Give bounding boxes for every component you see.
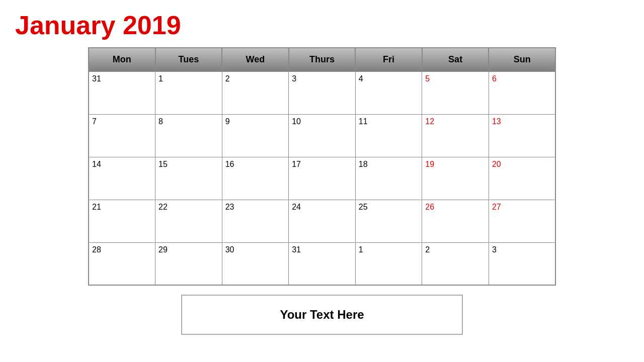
calendar-header-sat: Sat bbox=[422, 48, 489, 71]
day-number: 31 bbox=[92, 74, 101, 83]
calendar-cell[interactable]: 19 bbox=[422, 157, 489, 200]
calendar-week-0: 31123456 bbox=[89, 71, 555, 114]
calendar-cell[interactable]: 20 bbox=[489, 157, 555, 200]
calendar-cell[interactable]: 21 bbox=[89, 200, 155, 242]
calendar-cell[interactable]: 9 bbox=[222, 114, 289, 157]
day-number: 4 bbox=[359, 74, 363, 83]
calendar-cell[interactable]: 17 bbox=[289, 157, 356, 200]
calendar-header-sun: Sun bbox=[489, 48, 555, 71]
calendar-header-fri: Fri bbox=[355, 48, 422, 71]
calendar-cell[interactable]: 13 bbox=[489, 114, 555, 157]
calendar-cell[interactable]: 30 bbox=[222, 242, 289, 285]
calendar-cell[interactable]: 23 bbox=[222, 200, 289, 242]
day-number: 26 bbox=[425, 203, 434, 211]
day-number: 25 bbox=[359, 203, 368, 211]
calendar-cell[interactable]: 3 bbox=[489, 242, 555, 285]
calendar-cell[interactable]: 25 bbox=[355, 200, 422, 242]
day-number: 24 bbox=[292, 203, 301, 211]
day-number: 30 bbox=[225, 245, 234, 254]
calendar-week-1: 78910111213 bbox=[89, 114, 555, 157]
calendar-cell[interactable]: 12 bbox=[422, 114, 489, 157]
calendar-cell[interactable]: 31 bbox=[289, 242, 356, 285]
calendar-cell[interactable]: 26 bbox=[422, 200, 489, 242]
calendar-week-4: 28293031123 bbox=[89, 242, 555, 285]
calendar-cell[interactable]: 27 bbox=[489, 200, 555, 242]
calendar-week-3: 21222324252627 bbox=[89, 200, 555, 242]
day-number: 20 bbox=[492, 160, 501, 168]
calendar-cell[interactable]: 6 bbox=[489, 71, 555, 114]
day-number: 11 bbox=[359, 117, 368, 126]
calendar-cell[interactable]: 15 bbox=[155, 157, 222, 200]
day-number: 10 bbox=[292, 117, 301, 126]
day-number: 18 bbox=[359, 160, 368, 168]
calendar-cell[interactable]: 16 bbox=[222, 157, 289, 200]
calendar-cell[interactable]: 28 bbox=[89, 242, 155, 285]
day-number: 1 bbox=[359, 245, 363, 254]
calendar-table: MonTuesWedThursFriSatSun 311234567891011… bbox=[88, 47, 556, 286]
day-number: 5 bbox=[425, 74, 430, 83]
calendar-header-tues: Tues bbox=[155, 48, 222, 71]
calendar-cell[interactable]: 18 bbox=[355, 157, 422, 200]
text-box[interactable]: Your Text Here bbox=[181, 295, 463, 335]
calendar-cell[interactable]: 10 bbox=[289, 114, 356, 157]
calendar-cell[interactable]: 22 bbox=[155, 200, 222, 242]
calendar-cell[interactable]: 11 bbox=[355, 114, 422, 157]
day-number: 9 bbox=[225, 117, 230, 126]
calendar-cell[interactable]: 2 bbox=[222, 71, 289, 114]
day-number: 28 bbox=[92, 245, 101, 254]
day-number: 19 bbox=[425, 160, 434, 168]
day-number: 17 bbox=[292, 160, 301, 168]
day-number: 31 bbox=[292, 245, 301, 254]
calendar-cell[interactable]: 2 bbox=[422, 242, 489, 285]
calendar-cell[interactable]: 1 bbox=[155, 71, 222, 114]
day-number: 3 bbox=[292, 74, 296, 83]
calendar-cell[interactable]: 5 bbox=[422, 71, 489, 114]
day-number: 16 bbox=[225, 160, 234, 168]
calendar-cell[interactable]: 7 bbox=[89, 114, 155, 157]
calendar: MonTuesWedThursFriSatSun 311234567891011… bbox=[88, 47, 556, 286]
calendar-week-2: 14151617181920 bbox=[89, 157, 555, 200]
day-number: 13 bbox=[492, 117, 501, 126]
day-number: 14 bbox=[92, 160, 101, 168]
calendar-header-mon: Mon bbox=[89, 48, 155, 71]
calendar-cell[interactable]: 31 bbox=[89, 71, 155, 114]
calendar-header-wed: Wed bbox=[222, 48, 289, 71]
calendar-header-row: MonTuesWedThursFriSatSun bbox=[89, 48, 555, 71]
day-number: 6 bbox=[492, 74, 497, 83]
day-number: 15 bbox=[158, 160, 168, 168]
day-number: 29 bbox=[158, 245, 168, 254]
day-number: 3 bbox=[492, 245, 497, 254]
page-title: January 2019 bbox=[15, 10, 181, 40]
calendar-cell[interactable]: 29 bbox=[155, 242, 222, 285]
calendar-cell[interactable]: 14 bbox=[89, 157, 155, 200]
day-number: 12 bbox=[425, 117, 434, 126]
day-number: 22 bbox=[158, 203, 168, 211]
calendar-body: 3112345678910111213141516171819202122232… bbox=[89, 71, 555, 285]
calendar-cell[interactable]: 3 bbox=[289, 71, 356, 114]
day-number: 21 bbox=[92, 203, 101, 211]
day-number: 27 bbox=[492, 203, 501, 211]
calendar-cell[interactable]: 24 bbox=[289, 200, 356, 242]
day-number: 2 bbox=[225, 74, 230, 83]
day-number: 23 bbox=[225, 203, 234, 211]
calendar-cell[interactable]: 4 bbox=[355, 71, 422, 114]
day-number: 8 bbox=[158, 117, 163, 126]
day-number: 2 bbox=[425, 245, 430, 254]
calendar-header-thurs: Thurs bbox=[289, 48, 356, 71]
day-number: 7 bbox=[92, 117, 97, 126]
calendar-cell[interactable]: 8 bbox=[155, 114, 222, 157]
day-number: 1 bbox=[158, 74, 163, 83]
calendar-cell[interactable]: 1 bbox=[355, 242, 422, 285]
